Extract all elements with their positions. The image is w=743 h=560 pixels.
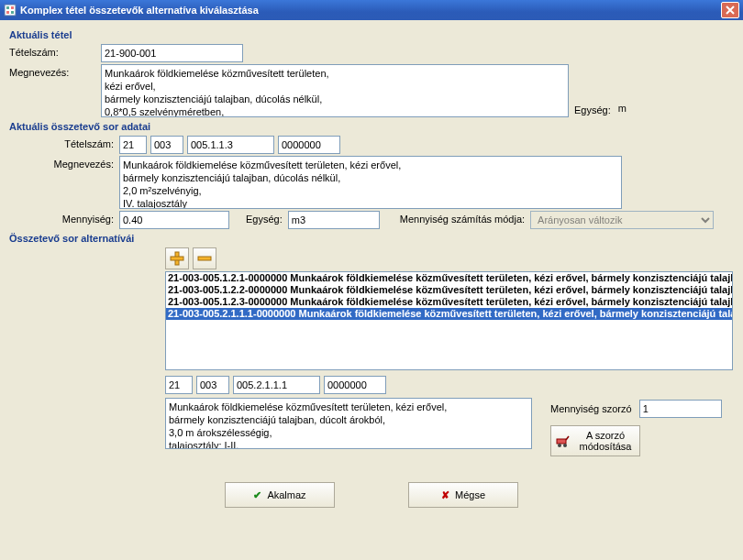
svg-point-9 [558, 444, 561, 447]
label-mode: Mennyiség számítás módja: [380, 211, 530, 225]
input-code-b[interactable] [150, 136, 183, 154]
input-mennyiseg[interactable] [119, 211, 229, 229]
label-egyseg2: Egység: [229, 211, 288, 225]
label-mult: Mennyiség szorzó [550, 403, 632, 414]
svg-rect-2 [11, 6, 14, 9]
app-icon [4, 4, 17, 16]
select-mode[interactable]: Arányosan változik [530, 211, 714, 229]
label-tetelszam2: Tételszám: [9, 136, 119, 149]
svg-point-10 [563, 444, 567, 447]
close-icon [726, 5, 735, 15]
textarea-alt-desc[interactable] [165, 398, 532, 449]
cart-icon [555, 433, 571, 449]
input-alt-code-c[interactable] [233, 376, 320, 394]
list-item[interactable]: 21-003-005.1.2.2-0000000 Munkaárok földk… [166, 284, 732, 296]
label-egyseg: Egység: [574, 104, 611, 117]
cancel-button[interactable]: ✘ Mégse [408, 482, 518, 508]
section-aktualis-tetel: Aktuális tétel [9, 29, 734, 40]
input-tetelszam[interactable] [101, 44, 243, 62]
alternatives-list[interactable]: 21-003-005.1.2.1-0000000 Munkaárok földk… [165, 271, 733, 370]
input-egyseg2[interactable] [288, 211, 380, 229]
svg-rect-6 [171, 257, 183, 260]
remove-icon [197, 251, 212, 266]
textarea-megnevezes[interactable] [101, 64, 569, 117]
svg-rect-3 [6, 11, 9, 14]
label-megnevezes: Megnevezés: [9, 64, 101, 78]
list-item[interactable]: 21-003-005.2.1.1.1-0000000 Munkaárok föl… [166, 308, 732, 320]
label-megnevezes2: Megnevezés: [9, 156, 119, 170]
svg-rect-4 [11, 11, 14, 14]
add-icon [170, 251, 184, 266]
input-alt-code-d[interactable] [324, 376, 386, 394]
close-button[interactable] [721, 2, 739, 18]
window-title: Komplex tétel összetevők alternatíva kiv… [20, 5, 721, 16]
svg-rect-1 [6, 6, 9, 9]
apply-button[interactable]: ✔ Akalmaz [225, 482, 335, 508]
input-code-a[interactable] [119, 136, 147, 154]
check-icon: ✔ [253, 489, 261, 501]
svg-rect-7 [198, 257, 211, 260]
label-mennyiseg: Mennyiség: [9, 211, 119, 225]
section-alternativai: Összetevő sor alternatívái [9, 233, 734, 244]
input-alt-code-a[interactable] [165, 376, 193, 394]
input-mult[interactable] [639, 400, 722, 418]
modify-mult-button[interactable]: A szorzó módosítása [550, 425, 640, 456]
input-egyseg[interactable] [615, 99, 706, 117]
list-item[interactable]: 21-003-005.1.2.3-0000000 Munkaárok földk… [166, 296, 732, 308]
textarea-megnevezes2[interactable] [119, 156, 622, 209]
titlebar: Komplex tétel összetevők alternatíva kiv… [0, 0, 743, 20]
input-code-d[interactable] [278, 136, 340, 154]
svg-rect-0 [5, 5, 16, 16]
remove-button[interactable] [193, 247, 216, 269]
input-code-c[interactable] [187, 136, 274, 154]
list-item[interactable]: 21-003-005.1.2.1-0000000 Munkaárok földk… [166, 272, 732, 284]
label-tetelszam: Tételszám: [9, 44, 101, 58]
add-button[interactable] [165, 247, 189, 269]
input-alt-code-b[interactable] [196, 376, 229, 394]
section-osszetevo-sor: Aktuális összetevő sor adatai [9, 121, 734, 132]
svg-rect-8 [557, 439, 566, 444]
x-icon: ✘ [441, 489, 449, 501]
